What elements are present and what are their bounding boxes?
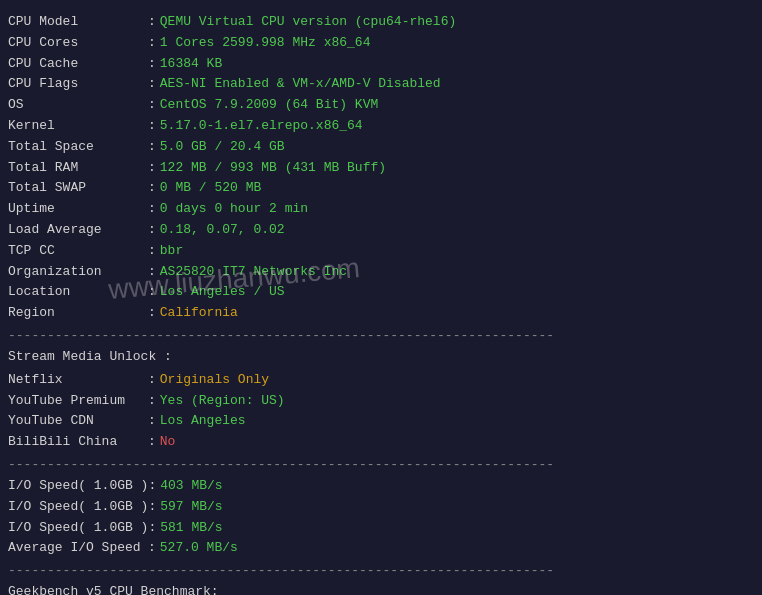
row-label: YouTube Premium	[8, 391, 148, 412]
colon: :	[148, 220, 156, 241]
table-row: I/O Speed( 1.0GB ): 403 MB/s	[8, 476, 754, 497]
row-value: Los Angeles / US	[160, 282, 285, 303]
colon: :	[148, 178, 156, 199]
colon: :	[148, 158, 156, 179]
row-value: 5.17.0-1.el7.elrepo.x86_64	[160, 116, 363, 137]
row-value: Originals Only	[160, 370, 269, 391]
row-label: I/O Speed( 1.0GB )	[8, 518, 148, 539]
row-label: CPU Flags	[8, 74, 148, 95]
row-label: BiliBili China	[8, 432, 148, 453]
divider: ----------------------------------------…	[8, 328, 754, 343]
stream-title: Stream Media Unlock :	[8, 347, 754, 368]
table-row: BiliBili China: No	[8, 432, 754, 453]
colon: :	[148, 33, 156, 54]
row-value: 1 Cores 2599.998 MHz x86_64	[160, 33, 371, 54]
table-row: Netflix: Originals Only	[8, 370, 754, 391]
row-label: TCP CC	[8, 241, 148, 262]
system-section: CPU Model: QEMU Virtual CPU version (cpu…	[8, 12, 754, 324]
divider: ----------------------------------------…	[8, 563, 754, 578]
colon: :	[148, 391, 156, 412]
row-value: 0 days 0 hour 2 min	[160, 199, 308, 220]
table-row: Total RAM: 122 MB / 993 MB (431 MB Buff)	[8, 158, 754, 179]
row-value: 403 MB/s	[160, 476, 222, 497]
colon: :	[148, 282, 156, 303]
divider: ----------------------------------------…	[8, 457, 754, 472]
table-row: YouTube Premium: Yes (Region: US)	[8, 391, 754, 412]
table-row: CPU Model: QEMU Virtual CPU version (cpu…	[8, 12, 754, 33]
row-label: Organization	[8, 262, 148, 283]
row-label: Netflix	[8, 370, 148, 391]
row-label: Average I/O Speed	[8, 538, 148, 559]
table-row: Uptime: 0 days 0 hour 2 min	[8, 199, 754, 220]
benchmark-section: Geekbench v5 CPU Benchmark:Single Core: …	[8, 582, 754, 595]
row-value: CentOS 7.9.2009 (64 Bit) KVM	[160, 95, 378, 116]
row-value: 5.0 GB / 20.4 GB	[160, 137, 285, 158]
table-row: CPU Cache: 16384 KB	[8, 54, 754, 75]
row-value: AES-NI Enabled & VM-x/AMD-V Disabled	[160, 74, 441, 95]
table-row: Organization: AS25820 IT7 Networks Inc	[8, 262, 754, 283]
table-row: I/O Speed( 1.0GB ): 597 MB/s	[8, 497, 754, 518]
row-label: Total RAM	[8, 158, 148, 179]
row-value: 0.18, 0.07, 0.02	[160, 220, 285, 241]
row-label: OS	[8, 95, 148, 116]
row-label: YouTube CDN	[8, 411, 148, 432]
table-row: CPU Flags: AES-NI Enabled & VM-x/AMD-V D…	[8, 74, 754, 95]
row-label: CPU Cache	[8, 54, 148, 75]
colon: :	[148, 538, 156, 559]
colon: :	[148, 370, 156, 391]
row-value: 527.0 MB/s	[160, 538, 238, 559]
colon: :	[148, 411, 156, 432]
colon: :	[148, 95, 156, 116]
row-value: No	[160, 432, 176, 453]
row-label: Total Space	[8, 137, 148, 158]
row-value: 16384 KB	[160, 54, 222, 75]
table-row: OS: CentOS 7.9.2009 (64 Bit) KVM	[8, 95, 754, 116]
row-value: AS25820 IT7 Networks Inc	[160, 262, 347, 283]
table-row: Total SWAP: 0 MB / 520 MB	[8, 178, 754, 199]
table-row: TCP CC: bbr	[8, 241, 754, 262]
colon: :	[148, 116, 156, 137]
benchmark-title: Geekbench v5 CPU Benchmark:	[8, 582, 754, 595]
row-label: CPU Model	[8, 12, 148, 33]
row-value: 122 MB / 993 MB (431 MB Buff)	[160, 158, 386, 179]
table-row: Location: Los Angeles / US	[8, 282, 754, 303]
row-value: 0 MB / 520 MB	[160, 178, 261, 199]
row-label: I/O Speed( 1.0GB )	[8, 497, 148, 518]
colon: :	[148, 262, 156, 283]
colon: :	[148, 432, 156, 453]
table-row: CPU Cores: 1 Cores 2599.998 MHz x86_64	[8, 33, 754, 54]
row-value: 581 MB/s	[160, 518, 222, 539]
io-section: I/O Speed( 1.0GB ): 403 MB/sI/O Speed( 1…	[8, 476, 754, 559]
row-value: 597 MB/s	[160, 497, 222, 518]
row-label: Total SWAP	[8, 178, 148, 199]
colon: :	[148, 12, 156, 33]
colon: :	[148, 518, 156, 539]
table-row: Kernel: 5.17.0-1.el7.elrepo.x86_64	[8, 116, 754, 137]
table-row: Region: California	[8, 303, 754, 324]
row-label: Uptime	[8, 199, 148, 220]
table-row: Average I/O Speed: 527.0 MB/s	[8, 538, 754, 559]
colon: :	[148, 54, 156, 75]
row-label: Location	[8, 282, 148, 303]
table-row: Load Average: 0.18, 0.07, 0.02	[8, 220, 754, 241]
row-label: CPU Cores	[8, 33, 148, 54]
table-row: Total Space: 5.0 GB / 20.4 GB	[8, 137, 754, 158]
table-row: I/O Speed( 1.0GB ): 581 MB/s	[8, 518, 754, 539]
row-value: bbr	[160, 241, 183, 262]
row-value: QEMU Virtual CPU version (cpu64-rhel6)	[160, 12, 456, 33]
row-value: Los Angeles	[160, 411, 246, 432]
colon: :	[148, 137, 156, 158]
colon: :	[148, 476, 156, 497]
colon: :	[148, 241, 156, 262]
colon: :	[148, 74, 156, 95]
colon: :	[148, 303, 156, 324]
row-label: Region	[8, 303, 148, 324]
row-value: California	[160, 303, 238, 324]
row-label: I/O Speed( 1.0GB )	[8, 476, 148, 497]
stream-section: Stream Media Unlock :Netflix: Originals …	[8, 347, 754, 453]
main-container: CPU Model: QEMU Virtual CPU version (cpu…	[8, 8, 754, 595]
row-label: Load Average	[8, 220, 148, 241]
row-label: Kernel	[8, 116, 148, 137]
row-value: Yes (Region: US)	[160, 391, 285, 412]
colon: :	[148, 199, 156, 220]
